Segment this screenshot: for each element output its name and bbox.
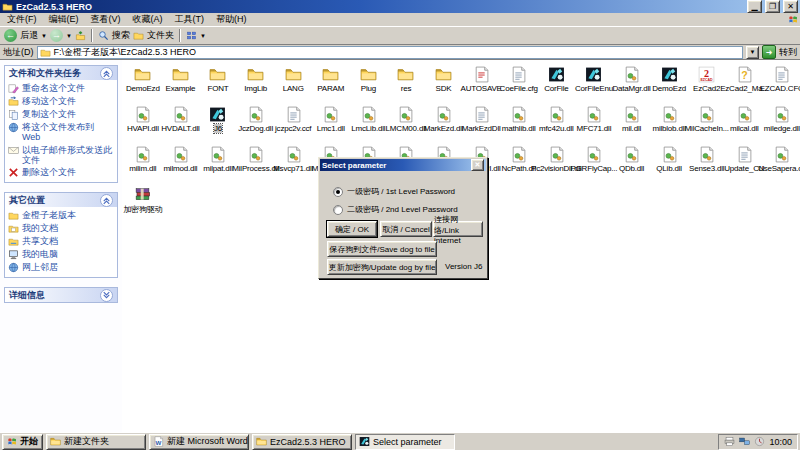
menu-2[interactable]: 查看(V) (85, 13, 127, 26)
close-button[interactable]: ✕ (783, 0, 798, 13)
sidebar-item-label[interactable]: 复制这个文件 (22, 109, 76, 119)
dialog-title-bar[interactable]: Select parameter ✕ (320, 159, 486, 171)
title-bar[interactable]: EzCad2.5.3 HERO ▁ ❐ ✕ (0, 0, 800, 13)
ok-button[interactable]: 确定 / OK (327, 221, 377, 237)
file-item[interactable]: FONT (199, 66, 237, 106)
minimize-button[interactable]: ▁ (747, 0, 762, 13)
sidebar-item[interactable]: 网上邻居 (8, 262, 114, 273)
views-dropdown[interactable]: ▼ (200, 33, 206, 39)
taskbox-header[interactable]: 文件和文件夹任务 (5, 66, 117, 80)
file-item[interactable]: PGRFlyCap... (575, 146, 613, 186)
sidebar-item[interactable]: 复制这个文件 (8, 109, 114, 120)
forward-dropdown[interactable]: ▼ (66, 33, 72, 39)
taskbar-task[interactable]: 新建文件夹 (46, 434, 146, 450)
file-item[interactable]: CorFileEnu (575, 66, 613, 106)
sidebar-item[interactable]: 以电子邮件形式发送此文件 (8, 145, 114, 166)
file-item[interactable]: miledge.dll (763, 106, 800, 146)
sidebar-item[interactable]: 重命名这个文件 (8, 83, 114, 94)
file-item[interactable]: CoeFile.cfg (500, 66, 538, 106)
file-item[interactable]: AUTOSAVE (462, 66, 500, 106)
file-item[interactable]: LmcLib.dll (350, 106, 388, 146)
radio-button[interactable] (333, 187, 343, 197)
folders-label[interactable]: 文件夹 (147, 29, 174, 42)
go-button[interactable]: ➜ (762, 45, 776, 59)
taskbox-header[interactable]: 详细信息 (5, 288, 117, 302)
sidebar-item[interactable]: 移动这个文件 (8, 96, 114, 107)
search-label[interactable]: 搜索 (112, 29, 130, 42)
file-item[interactable]: mathlib.dll (500, 106, 538, 146)
start-button[interactable]: 开始 (2, 434, 43, 450)
file-item[interactable]: QLib.dll (650, 146, 688, 186)
sidebar-item-label[interactable]: 我的文档 (22, 223, 58, 233)
file-item[interactable]: Lmc1.dll (312, 106, 350, 146)
file-item[interactable]: J6 (199, 106, 237, 146)
file-item[interactable]: milmod.dll (162, 146, 200, 186)
cancel-button[interactable]: 取消 / Cancel (380, 221, 432, 237)
update-dog-button[interactable]: 更新加密狗/Update dog by file (327, 259, 437, 275)
file-item[interactable]: Example (162, 66, 200, 106)
sidebar-item[interactable]: 将这个文件发布到 Web (8, 122, 114, 143)
tray-network-icon[interactable] (739, 436, 750, 447)
sidebar-item[interactable]: 删除这个文件 (8, 167, 114, 178)
sidebar-item-label[interactable]: 金橙子老版本 (22, 210, 76, 220)
address-input[interactable]: F:\金橙子老版本\EzCad2.5.3 HERO (37, 46, 744, 59)
sidebar-item[interactable]: 共享文档 (8, 236, 114, 247)
sidebar-item-label[interactable]: 重命名这个文件 (22, 83, 85, 93)
file-item[interactable]: MilCacheIn... (688, 106, 726, 146)
file-item[interactable]: DemoEzd (124, 66, 162, 106)
menu-1[interactable]: 编辑(E) (43, 13, 85, 26)
file-item[interactable]: HVDALT.dll (162, 106, 200, 146)
radio-button[interactable] (333, 205, 343, 215)
file-item[interactable]: EZCAD.CFG (763, 66, 800, 106)
sidebar-item[interactable]: 我的电脑 (8, 249, 114, 260)
file-item[interactable]: Plug (350, 66, 388, 106)
chevron-down-icon[interactable] (100, 289, 113, 302)
file-item[interactable]: mfc42u.dll (538, 106, 576, 146)
file-item[interactable]: MarkEzdDll (462, 106, 500, 146)
file-item[interactable]: milim.dll (124, 146, 162, 186)
file-item[interactable]: res (387, 66, 425, 106)
file-item[interactable]: Sense3.dll (688, 146, 726, 186)
sidebar-item-label[interactable]: 移动这个文件 (22, 96, 76, 106)
sidebar-item-label[interactable]: 网上邻居 (22, 262, 58, 272)
sidebar-item-label[interactable]: 共享文档 (22, 236, 58, 246)
taskbar-task[interactable]: EzCad2.5.3 HERO (252, 434, 352, 450)
chevron-up-icon[interactable] (100, 67, 113, 80)
menu-3[interactable]: 收藏(A) (127, 13, 169, 26)
file-item[interactable]: milpat.dll (199, 146, 237, 186)
views-icon[interactable] (186, 30, 197, 41)
file-item[interactable]: CorFile (538, 66, 576, 106)
file-item[interactable]: ?EzCad2_Ma... (726, 66, 764, 106)
save-dog-button[interactable]: 保存狗到文件/Save dog to file (327, 241, 437, 257)
sidebar-item[interactable]: 我的文档 (8, 223, 114, 234)
file-item[interactable]: ImgLib (237, 66, 275, 106)
file-item[interactable]: DataMgr.dll (613, 66, 651, 106)
file-item[interactable]: QDb.dll (613, 146, 651, 186)
file-item[interactable]: Msvcp71.dll (274, 146, 312, 186)
restore-button[interactable]: ❐ (765, 0, 780, 13)
file-item[interactable]: MFC71.dll (575, 106, 613, 146)
menu-4[interactable]: 工具(T) (169, 13, 211, 26)
sidebar-item-label[interactable]: 我的电脑 (22, 249, 58, 259)
file-item[interactable]: PARAM (312, 66, 350, 106)
search-icon[interactable] (98, 30, 109, 41)
address-dropdown[interactable]: ▼ (746, 46, 759, 59)
up-folder-button[interactable] (75, 30, 86, 41)
tray-status-icon[interactable] (754, 436, 765, 447)
file-item[interactable]: milcal.dll (726, 106, 764, 146)
file-item[interactable]: MarkEzd.dll (425, 106, 463, 146)
sidebar-item-label[interactable]: 删除这个文件 (22, 167, 76, 177)
file-item[interactable]: SDK (425, 66, 463, 106)
link-internet-button[interactable]: 连接网络/Link internet (433, 221, 483, 237)
sidebar-item-label[interactable]: 将这个文件发布到 Web (22, 122, 114, 143)
back-dropdown[interactable]: ▼ (41, 33, 47, 39)
menu-0[interactable]: 文件(F) (1, 13, 43, 26)
forward-button[interactable]: → (50, 29, 63, 42)
file-item[interactable]: LMCM00.dll (387, 106, 425, 146)
taskbar-task[interactable]: W新建 Microsoft Word 文... (149, 434, 249, 450)
chevron-up-icon[interactable] (100, 194, 113, 207)
printer-icon[interactable] (724, 436, 735, 447)
file-item[interactable]: JczDog.dll (237, 106, 275, 146)
file-item[interactable]: MilProcess.dll (237, 146, 275, 186)
file-item[interactable]: UseSapera.dll (763, 146, 800, 186)
